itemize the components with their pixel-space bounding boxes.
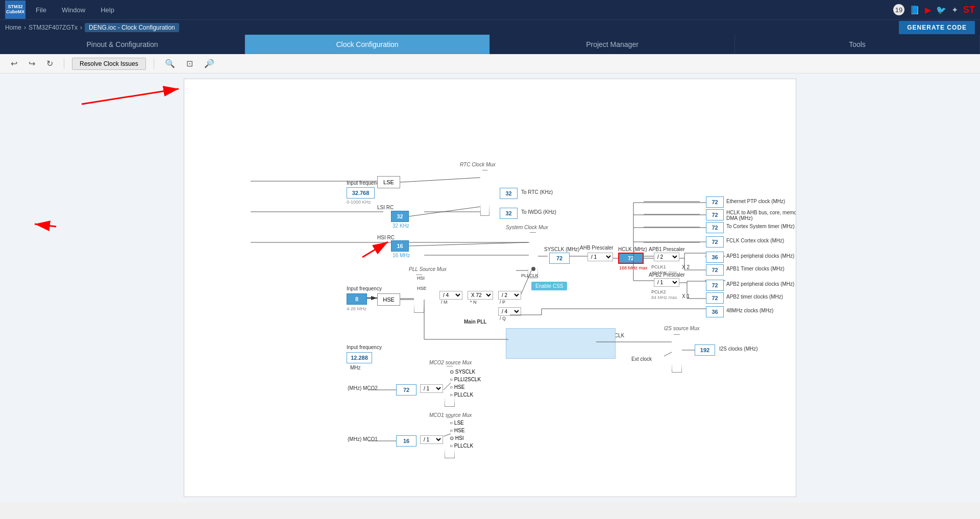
lsi-rc-value[interactable]: 32 xyxy=(391,211,409,222)
menu-file[interactable]: File xyxy=(36,6,46,14)
output-fclk-value[interactable]: 72 xyxy=(706,236,724,248)
pll-div-q-select[interactable]: / 4 xyxy=(498,307,521,316)
pllclk-node xyxy=(531,267,535,271)
mco1-lse: ○ LSE xyxy=(450,420,464,426)
hclk-value[interactable]: 72 xyxy=(618,253,644,264)
output-apb1-periph-value[interactable]: 36 xyxy=(706,252,724,263)
pll-n-label: * N xyxy=(470,300,477,305)
lse-box: LSE xyxy=(377,176,400,188)
mco1-output-value[interactable]: 16 xyxy=(396,435,416,447)
apb2-prescaler-select[interactable]: / 1 xyxy=(654,278,679,287)
i2s-mux-label: I2S source Mux xyxy=(664,326,699,331)
main-pll-label: Main PLL xyxy=(464,319,486,325)
breadcrumb-home[interactable]: Home xyxy=(5,24,21,31)
to-iwdg-value[interactable]: 32 xyxy=(500,208,518,219)
zoom-out-button[interactable]: 🔎 xyxy=(201,57,217,70)
mco1-hsi: ⊙ HSI xyxy=(450,435,463,441)
i2s-mux-shape xyxy=(672,334,682,373)
youtube-icon[interactable]: ▶ xyxy=(925,5,931,15)
pll-div-m-select[interactable]: / 4 xyxy=(439,291,462,300)
tab-pinout[interactable]: Pinout & Configuration xyxy=(0,35,245,54)
clock-diagram: RTC Clock Mux System Clock Mux PLL Sourc… xyxy=(184,79,796,497)
zoom-in-button[interactable]: 🔍 xyxy=(162,57,178,70)
enable-css-button[interactable]: Enable CSS xyxy=(531,282,567,290)
menu-help[interactable]: Help xyxy=(101,6,114,14)
lsi-rc-freq: 32 KHz xyxy=(393,223,409,229)
output-apb2-periph-label: APB2 peripheral clocks (MHz) xyxy=(726,281,794,287)
mco1-hse: ○ HSE xyxy=(450,428,464,433)
tab-clock[interactable]: Clock Configuration xyxy=(245,35,490,54)
output-ahb-value[interactable]: 72 xyxy=(706,209,724,220)
pll-p-label: / P xyxy=(500,300,505,305)
output-eth-value[interactable]: 72 xyxy=(706,196,724,208)
facebook-icon[interactable]: 📘 xyxy=(910,5,920,15)
top-bar: STM32CubeMX File Window Help 19 📘 ▶ 🐦 ✦ … xyxy=(0,0,980,19)
notification-icon[interactable]: 19 xyxy=(893,4,904,15)
apb1-prescaler-select[interactable]: / 2 xyxy=(654,253,679,261)
breadcrumb-bar: Home › STM32F407ZGTx › DENG.ioc - Clock … xyxy=(0,19,980,35)
ahb-label: AHB Prescaler xyxy=(580,245,614,251)
hse-input-value[interactable]: 8 xyxy=(347,293,367,305)
x2-label: X 2 xyxy=(682,264,690,270)
mco1-div-select[interactable]: / 1 xyxy=(420,435,443,444)
connection-lines xyxy=(184,79,796,497)
output-48mhz-value[interactable]: 36 xyxy=(706,306,724,317)
svg-line-19 xyxy=(400,178,480,182)
menu-bar: File Window Help xyxy=(36,6,114,14)
logo-box: STM32CubeMX xyxy=(5,1,26,19)
hsi-rc-label: HSI RC xyxy=(377,235,395,240)
output-cortex-value[interactable]: 72 xyxy=(706,222,724,233)
output-apb2-timer-value[interactable]: 72 xyxy=(706,292,724,304)
breadcrumb-chip[interactable]: STM32F407ZGTx xyxy=(29,24,78,31)
zoom-fit-button[interactable]: ⊡ xyxy=(183,57,196,70)
mco2-div-select[interactable]: / 1 xyxy=(420,384,443,393)
pclk2-max: 84 MHz max xyxy=(651,295,677,300)
hclk-label: HCLK (MHz) xyxy=(618,246,647,252)
pll-q-label: / Q xyxy=(500,316,506,321)
output-apb1-timer-value[interactable]: 72 xyxy=(706,264,724,276)
redo-button[interactable]: ↪ xyxy=(26,57,38,70)
pll-source-mux-label: PLL Source Mux xyxy=(409,266,447,272)
pclk1-label: PCLK1 xyxy=(651,264,666,269)
output-ahb-label: HCLK to AHB bus, core, memory and DMA (M… xyxy=(726,210,796,221)
st-logo: ST xyxy=(963,5,975,15)
tab-tools[interactable]: Tools xyxy=(735,35,980,54)
pll-div-p-select[interactable]: / 2 xyxy=(498,291,521,300)
mco2-hse: ○ HSE xyxy=(450,384,464,390)
input-freq1-range: 0-1000 KHz xyxy=(347,200,371,205)
breadcrumb-current: DENG.ioc - Clock Configuration xyxy=(85,23,179,32)
network-icon[interactable]: ✦ xyxy=(951,5,958,15)
input-freq3-value[interactable]: 12.288 xyxy=(347,352,372,363)
system-mux-label: System Clock Mux xyxy=(506,225,548,230)
mco2-sysclk: ⊙ SYSCLK xyxy=(450,369,475,375)
to-iwdg-label: To IWDG (KHz) xyxy=(521,209,556,215)
to-rtc-value[interactable]: 32 xyxy=(500,188,518,199)
undo-button[interactable]: ↩ xyxy=(8,57,20,70)
svg-line-1 xyxy=(82,89,179,104)
menu-window[interactable]: Window xyxy=(62,6,85,14)
pllclk-label: PLLCLK xyxy=(521,273,538,278)
hse-box: HSE xyxy=(377,293,400,306)
sysclk-value[interactable]: 72 xyxy=(549,253,570,264)
tab-project[interactable]: Project Manager xyxy=(490,35,735,54)
lsi-rc-label: LSI RC xyxy=(377,205,394,210)
mco2-output-value[interactable]: 72 xyxy=(396,384,416,396)
x1-label: X 1 xyxy=(682,293,690,299)
input-freq2-range: 4-26 MHz xyxy=(347,306,366,311)
twitter-icon[interactable]: 🐦 xyxy=(936,5,946,15)
pll-hse-label: HSE xyxy=(417,286,427,291)
i2s-output-value[interactable]: 192 xyxy=(695,344,715,356)
resolve-clock-button[interactable]: Resolve Clock Issues xyxy=(72,58,146,70)
pll-hsi-label: HSI xyxy=(417,276,425,281)
output-apb2-periph-value[interactable]: 72 xyxy=(706,280,724,291)
hsi-rc-value[interactable]: 16 xyxy=(391,240,409,252)
mco1-pllclk: ○ PLLCLK xyxy=(450,443,473,449)
input-freq1-value[interactable]: 32.768 xyxy=(347,187,375,199)
generate-code-button[interactable]: GENERATE CODE xyxy=(899,21,975,34)
ahb-prescaler-select[interactable]: / 1 xyxy=(587,253,613,261)
pll-mul-n-select[interactable]: X 72 xyxy=(468,291,493,300)
refresh-button[interactable]: ↻ xyxy=(43,57,56,70)
mco1-label: (MHz) MCO1 xyxy=(348,436,378,442)
diagram-wires xyxy=(184,79,796,497)
system-mux-shape xyxy=(528,232,538,278)
